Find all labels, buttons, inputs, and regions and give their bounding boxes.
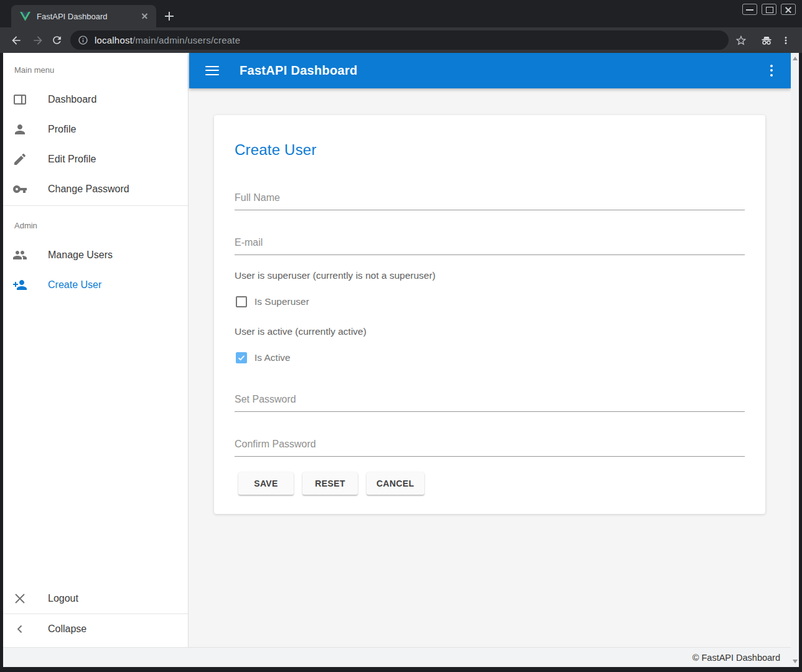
- browser-menu-button[interactable]: [778, 32, 793, 48]
- url-host: localhost: [95, 35, 133, 45]
- incognito-indicator: [758, 32, 774, 48]
- tab-close-icon[interactable]: [140, 11, 150, 21]
- checkbox-checked-icon[interactable]: [236, 352, 247, 363]
- url-path: /main/admin/users/create: [133, 35, 240, 45]
- refresh-button[interactable]: [49, 32, 65, 48]
- sidebar-section-admin: Admin: [14, 220, 188, 232]
- superuser-hint: User is superuser (currently is not a su…: [235, 269, 745, 282]
- set-password-field-wrap: [235, 393, 745, 412]
- sidebar-item-edit-profile[interactable]: Edit Profile: [3, 144, 188, 174]
- sidebar-main-menu: Dashboard Profile Edit Profile Change Pa…: [3, 85, 188, 204]
- arrow-back-icon: [10, 34, 22, 47]
- confirm-password-field-wrap: [235, 437, 745, 457]
- sidebar-item-label: Profile: [48, 124, 76, 135]
- app-toolbar: FastAPI Dashboard: [189, 53, 791, 88]
- app-title: FastAPI Dashboard: [240, 63, 358, 78]
- sidebar-divider: [3, 205, 188, 206]
- create-user-card: Create User User is superuser (currently…: [214, 115, 765, 514]
- is-superuser-checkbox-row[interactable]: Is Superuser: [236, 296, 745, 307]
- sidebar-item-label: Change Password: [48, 184, 129, 195]
- arrow-forward-icon: [32, 34, 44, 47]
- sidebar-admin-menu: Manage Users Create User: [3, 240, 188, 300]
- sidebar-item-create-user[interactable]: Create User: [3, 270, 188, 300]
- sidebar-item-label: Create User: [48, 279, 101, 291]
- kebab-menu-icon: [780, 35, 791, 46]
- dashboard-icon: [12, 92, 27, 107]
- people-icon: [12, 248, 27, 263]
- address-bar[interactable]: localhost/main/admin/users/create: [70, 30, 729, 50]
- chevron-left-icon: [12, 622, 27, 637]
- sidebar-section-main-menu: Main menu: [14, 64, 188, 77]
- forward-button[interactable]: [30, 32, 45, 48]
- incognito-icon: [760, 34, 773, 47]
- page-content: Main menu Dashboard Profile Edit Profile…: [3, 53, 799, 647]
- bookmark-star-button[interactable]: [733, 32, 748, 48]
- browser-window: FastAPI Dashboard localhost/main/admin/u…: [0, 0, 802, 672]
- page-info-icon[interactable]: [78, 35, 88, 45]
- checkbox-label: Is Active: [254, 352, 291, 363]
- key-icon: [12, 182, 27, 197]
- tab-title: FastAPI Dashboard: [37, 12, 140, 21]
- new-tab-button[interactable]: [162, 9, 177, 24]
- main-area: FastAPI Dashboard Create User User is su…: [189, 53, 799, 647]
- scrollbar-down-arrow-icon[interactable]: [793, 660, 798, 663]
- page-scrollbar[interactable]: [791, 53, 799, 667]
- checkbox-unchecked-icon[interactable]: [236, 296, 247, 307]
- footer-copyright: © FastAPI Dashboard: [692, 653, 780, 663]
- edit-icon: [12, 152, 27, 167]
- vue-logo-icon: [20, 12, 30, 21]
- scrollbar-up-arrow-icon[interactable]: [793, 57, 798, 60]
- full-name-field-wrap: [235, 191, 745, 210]
- sidebar-item-label: Manage Users: [48, 250, 113, 261]
- sidebar: Main menu Dashboard Profile Edit Profile…: [3, 53, 189, 647]
- window-maximize-button[interactable]: [762, 4, 776, 15]
- close-x-icon: [12, 591, 27, 606]
- window-controls: [742, 4, 796, 15]
- sidebar-item-manage-users[interactable]: Manage Users: [3, 240, 188, 270]
- cancel-button[interactable]: CANCEL: [366, 472, 424, 495]
- sidebar-item-label: Logout: [48, 593, 78, 604]
- url-text: localhost/main/admin/users/create: [95, 35, 240, 45]
- is-active-checkbox-row[interactable]: Is Active: [236, 352, 745, 363]
- sidebar-bottom: Logout Collapse: [3, 584, 188, 644]
- sidebar-item-label: Collapse: [48, 623, 86, 635]
- set-password-input[interactable]: [235, 393, 745, 412]
- window-close-button[interactable]: [781, 4, 796, 15]
- checkbox-label: Is Superuser: [254, 296, 309, 307]
- person-add-icon: [12, 278, 27, 292]
- browser-titlebar: FastAPI Dashboard: [0, 0, 802, 27]
- sidebar-item-label: Edit Profile: [48, 154, 96, 165]
- sidebar-item-change-password[interactable]: Change Password: [3, 174, 188, 204]
- refresh-icon: [51, 34, 63, 46]
- back-button[interactable]: [8, 32, 24, 48]
- window-minimize-button[interactable]: [742, 4, 757, 15]
- email-field-wrap: [235, 236, 745, 255]
- browser-tab[interactable]: FastAPI Dashboard: [11, 5, 156, 27]
- confirm-password-input[interactable]: [235, 437, 745, 457]
- sidebar-item-label: Dashboard: [48, 94, 96, 105]
- browser-toolbar: localhost/main/admin/users/create: [0, 27, 802, 53]
- app-footer: © FastAPI Dashboard: [3, 647, 799, 667]
- email-input[interactable]: [235, 236, 745, 255]
- person-icon: [12, 122, 27, 137]
- full-name-input[interactable]: [235, 191, 745, 210]
- sidebar-item-dashboard[interactable]: Dashboard: [3, 85, 188, 114]
- sidebar-item-profile[interactable]: Profile: [3, 114, 188, 144]
- form-actions: SAVE RESET CANCEL: [238, 472, 745, 495]
- sidebar-item-logout[interactable]: Logout: [3, 584, 188, 614]
- sidebar-item-collapse[interactable]: Collapse: [3, 614, 188, 644]
- app-menu-button[interactable]: [767, 65, 776, 77]
- active-hint: User is active (currently active): [235, 325, 745, 338]
- save-button[interactable]: SAVE: [238, 472, 294, 495]
- reset-button[interactable]: RESET: [302, 472, 358, 495]
- star-icon: [735, 34, 747, 47]
- checkmark-icon: [237, 353, 246, 362]
- page-title: Create User: [235, 141, 745, 159]
- hamburger-menu-icon[interactable]: [205, 66, 219, 76]
